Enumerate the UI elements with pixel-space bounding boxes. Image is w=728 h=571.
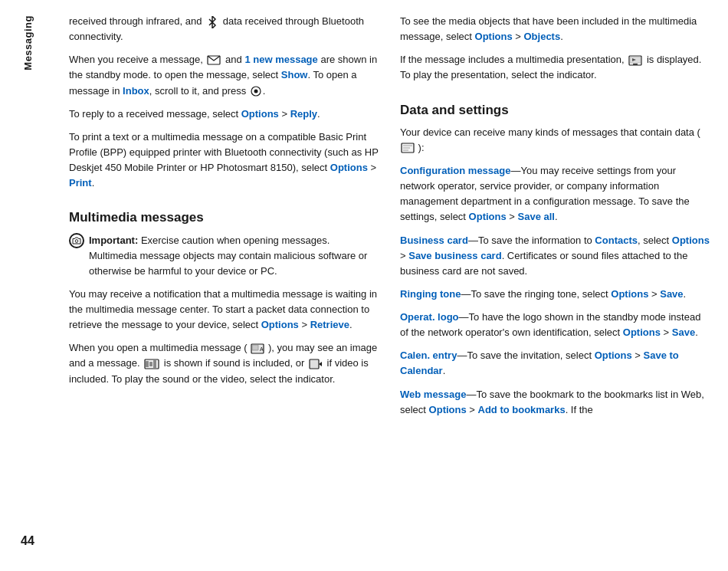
entry-business-card: Business card—To save the information to… <box>400 233 710 279</box>
options-web-link[interactable]: Options <box>429 404 467 415</box>
savebcard-link[interactable]: Save business card <box>408 250 501 261</box>
entry-config-title: Configuration message <box>400 165 510 176</box>
presentation-icon <box>628 55 642 66</box>
important-text-block: Important: Exercise caution when opening… <box>89 233 379 279</box>
svg-rect-10 <box>153 360 156 368</box>
svg-rect-16 <box>633 64 638 65</box>
new-message-link[interactable]: 1 new message <box>244 54 317 65</box>
important-label: Important: <box>89 235 138 246</box>
options-objects-link[interactable]: Options <box>475 31 513 42</box>
inbox-link[interactable]: Inbox <box>123 85 149 97</box>
envelope-icon <box>207 55 221 65</box>
options-ringtone-link[interactable]: Options <box>611 288 648 300</box>
show-link[interactable]: Show <box>281 69 308 80</box>
data-settings-heading: Data and settings <box>400 102 710 119</box>
page-container: Messaging 44 received through infrared, … <box>0 0 728 571</box>
important-icon <box>69 233 84 248</box>
svg-rect-11 <box>310 359 319 369</box>
options-saveall-link[interactable]: Options <box>469 211 507 222</box>
para-bluetooth: received through infrared, and data rece… <box>69 14 379 44</box>
options-logo-link[interactable]: Options <box>623 327 661 338</box>
bluetooth-icon <box>206 16 218 28</box>
entry-operat-logo: Operat. logo—To have the logo shown in t… <box>400 310 710 340</box>
para-data-intro: Your device can receive many kinds of me… <box>400 125 710 156</box>
left-column: received through infrared, and data rece… <box>69 14 379 557</box>
para-mm-notification: You may receive a notification that a mu… <box>69 287 379 333</box>
options-savebcard-link[interactable]: Options <box>672 235 710 246</box>
svg-text:A: A <box>260 346 264 352</box>
sidebar-label: Messaging <box>22 15 34 71</box>
para-open-mm: When you open a multimedia message ( A )… <box>69 340 379 386</box>
options-retrieve-link[interactable]: Options <box>261 319 299 330</box>
svg-point-3 <box>75 239 78 242</box>
mm-message-icon: A <box>251 343 264 354</box>
contacts-link[interactable]: Contacts <box>595 235 638 246</box>
entry-bcard-title: Business card <box>400 235 468 246</box>
options-print-link[interactable]: Options <box>330 162 368 173</box>
para-receive-message: When you receive a message, and 1 new me… <box>69 52 379 98</box>
options-calen-link[interactable]: Options <box>595 349 632 361</box>
page-number: 44 <box>21 534 34 548</box>
reply-link[interactable]: Reply <box>290 108 317 120</box>
multimedia-heading: Multimedia messages <box>69 209 379 226</box>
entry-ringing-tone: Ringing tone—To save the ringing tone, s… <box>400 287 710 302</box>
entry-ringtone-title: Ringing tone <box>400 288 461 300</box>
retrieve-link[interactable]: Retrieve <box>310 319 349 330</box>
svg-point-2 <box>254 90 257 94</box>
svg-marker-12 <box>319 362 322 366</box>
data-icon <box>401 143 415 153</box>
objects-link[interactable]: Objects <box>523 31 560 42</box>
entry-web-title: Web message <box>400 389 466 400</box>
video-icon <box>309 359 323 369</box>
entry-calen-entry: Calen. entry—To save the invitation, sel… <box>400 348 710 379</box>
center-key-icon <box>251 86 261 97</box>
entry-web-message: Web message—To save the bookmark to the … <box>400 387 710 418</box>
entry-logo-title: Operat. logo <box>400 311 459 323</box>
logo-save-link[interactable]: Save <box>672 327 695 338</box>
options-reply-link[interactable]: Options <box>241 108 279 120</box>
para-mm-presentation: If the message includes a multimedia pre… <box>400 52 710 83</box>
camera-icon <box>72 236 81 245</box>
web-addbookmarks-link[interactable]: Add to bookmarks <box>478 404 566 415</box>
sound-icon <box>144 359 159 369</box>
para-print: To print a text or a multimedia message … <box>69 130 379 192</box>
saveall-link[interactable]: Save all <box>518 211 555 222</box>
para-reply: To reply to a received message, select O… <box>69 107 379 122</box>
sidebar: Messaging 44 <box>0 0 55 571</box>
entry-configuration: Configuration message—You may receive se… <box>400 163 710 225</box>
para-media-objects: To see the media objects that have been … <box>400 14 710 44</box>
content-area: received through infrared, and data rece… <box>55 0 728 571</box>
ringtone-save-link[interactable]: Save <box>660 288 683 300</box>
svg-rect-8 <box>146 361 149 367</box>
svg-rect-5 <box>252 345 258 350</box>
entry-calen-title: Calen. entry <box>400 349 457 361</box>
important-block: Important: Exercise caution when opening… <box>69 233 379 279</box>
print-link[interactable]: Print <box>69 177 92 189</box>
svg-rect-9 <box>149 362 152 366</box>
right-column: To see the media objects that have been … <box>400 14 710 557</box>
